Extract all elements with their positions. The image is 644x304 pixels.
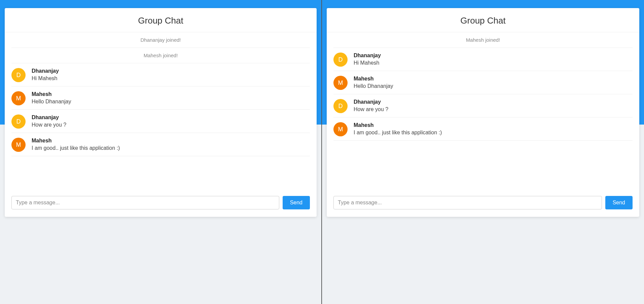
message-row: MMaheshI am good.. just like this applic…	[11, 133, 310, 156]
system-message: Dhananjay joined!	[11, 32, 310, 48]
avatar: M	[333, 76, 348, 90]
message-body: MaheshI am good.. just like this applica…	[354, 122, 633, 136]
message-row: MMaheshHello Dhananjay	[11, 87, 310, 110]
message-list[interactable]: Mahesh joined!DDhananjayHi MaheshMMahesh…	[327, 32, 639, 190]
message-body: MaheshHello Dhananjay	[32, 91, 310, 105]
message-text: I am good.. just like this application :…	[32, 145, 310, 151]
message-row: DDhananjayHow are you ?	[11, 110, 310, 133]
message-author: Mahesh	[354, 76, 633, 82]
message-input[interactable]	[11, 196, 279, 209]
message-text: Hi Mahesh	[354, 60, 633, 66]
avatar: D	[333, 53, 348, 67]
message-text: I am good.. just like this application :…	[354, 130, 633, 136]
message-row: MMaheshI am good.. just like this applic…	[333, 117, 633, 141]
message-body: MaheshI am good.. just like this applica…	[32, 138, 310, 151]
send-button[interactable]: Send	[605, 196, 633, 209]
message-row: DDhananjayHi Mahesh	[333, 48, 633, 71]
message-body: DhananjayHow are you ?	[32, 114, 310, 128]
message-body: MaheshHello Dhananjay	[354, 76, 633, 89]
message-author: Dhananjay	[32, 114, 310, 121]
message-body: DhananjayHi Mahesh	[32, 68, 310, 81]
message-author: Dhananjay	[32, 68, 310, 74]
message-text: Hello Dhananjay	[354, 83, 633, 89]
message-body: DhananjayHi Mahesh	[354, 53, 633, 66]
system-message: Mahesh joined!	[333, 32, 633, 48]
message-row: DDhananjayHi Mahesh	[11, 63, 310, 87]
chat-title: Group Chat	[327, 8, 639, 32]
message-text: Hello Dhananjay	[32, 99, 310, 105]
message-list[interactable]: Dhananjay joined!Mahesh joined!DDhananja…	[5, 32, 317, 190]
message-author: Mahesh	[32, 91, 310, 97]
message-author: Dhananjay	[354, 53, 633, 59]
chat-title: Group Chat	[5, 8, 317, 32]
chat-card: Group Chat Mahesh joined!DDhananjayHi Ma…	[327, 8, 639, 217]
message-body: DhananjayHow are you ?	[354, 99, 633, 112]
message-input[interactable]	[333, 196, 602, 209]
avatar: M	[11, 91, 26, 105]
avatar: D	[11, 114, 26, 129]
avatar: D	[333, 99, 348, 113]
message-row: MMaheshHello Dhananjay	[333, 71, 633, 94]
avatar: M	[11, 138, 26, 152]
composer: Send	[327, 190, 639, 217]
chat-pane-left: Group Chat Dhananjay joined!Mahesh joine…	[0, 0, 322, 304]
avatar: M	[333, 122, 348, 136]
send-button[interactable]: Send	[283, 196, 310, 209]
message-text: How are you ?	[354, 106, 633, 112]
message-author: Mahesh	[354, 122, 633, 128]
app-viewport: Group Chat Dhananjay joined!Mahesh joine…	[0, 0, 644, 304]
message-text: How are you ?	[32, 122, 310, 128]
avatar: D	[11, 68, 26, 82]
chat-pane-right: Group Chat Mahesh joined!DDhananjayHi Ma…	[322, 0, 644, 304]
message-text: Hi Mahesh	[32, 75, 310, 81]
composer: Send	[5, 190, 317, 217]
message-author: Mahesh	[32, 138, 310, 144]
system-message: Mahesh joined!	[11, 48, 310, 63]
message-row: DDhananjayHow are you ?	[333, 94, 633, 117]
chat-card: Group Chat Dhananjay joined!Mahesh joine…	[5, 8, 317, 217]
message-author: Dhananjay	[354, 99, 633, 105]
